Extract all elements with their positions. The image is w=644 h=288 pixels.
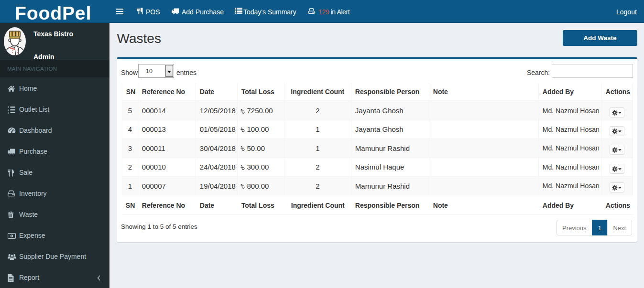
svg-text:3: 3: [8, 111, 9, 114]
